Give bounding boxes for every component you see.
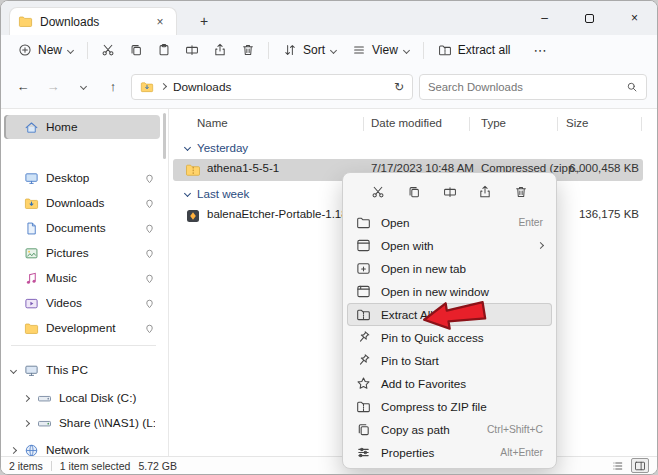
sidebar-item-label: Network <box>46 443 155 457</box>
expand-chevron-icon <box>9 448 17 453</box>
paste-button[interactable] <box>151 38 177 62</box>
group-header-yesterday[interactable]: Yesterday <box>185 141 248 154</box>
tab-close-icon[interactable]: × <box>152 14 168 30</box>
file-name: balenaEtcher-Portable-1.18.11 <box>207 208 363 220</box>
group-collapse-icon <box>184 144 191 151</box>
back-button[interactable]: ← <box>11 75 35 99</box>
context-menu-icon-row <box>347 177 552 207</box>
sidebar-item-development[interactable]: Development <box>4 316 160 340</box>
sidebar-item-desktop[interactable]: Desktop <box>4 166 160 190</box>
downloads-folder-icon <box>140 80 154 94</box>
copy-button[interactable] <box>123 38 149 62</box>
new-tab-icon <box>356 261 371 276</box>
zip-icon <box>356 399 371 414</box>
sidebar-item-videos[interactable]: Videos <box>4 291 160 315</box>
menu-item-open-with[interactable]: Open with <box>347 234 552 257</box>
search-input[interactable] <box>428 81 620 93</box>
maximize-button[interactable] <box>567 1 612 35</box>
refresh-icon[interactable]: ↻ <box>394 80 404 94</box>
column-separator[interactable] <box>469 117 470 131</box>
chevron-down-icon <box>330 46 337 53</box>
share-button[interactable] <box>207 38 233 62</box>
home-icon <box>24 120 39 135</box>
new-window-icon <box>356 284 371 299</box>
column-header-date[interactable]: Date modified <box>371 117 442 129</box>
menu-item-add-to-favorites[interactable]: Add to Favorites <box>347 372 552 395</box>
tab-downloads[interactable]: Downloads × <box>9 7 177 35</box>
sidebar-item-music[interactable]: Music <box>4 266 160 290</box>
column-header-name[interactable]: Name <box>197 117 228 129</box>
cut-button[interactable] <box>365 180 391 204</box>
delete-button[interactable] <box>235 38 261 62</box>
delete-button[interactable] <box>508 180 534 204</box>
rename-button[interactable] <box>437 180 463 204</box>
network-drive-icon <box>37 416 52 431</box>
rename-button[interactable] <box>179 38 205 62</box>
copy-icon <box>407 185 421 199</box>
sidebar-scrollbar[interactable] <box>163 113 166 159</box>
maximize-icon <box>585 14 594 23</box>
sidebar-item-home[interactable]: Home <box>4 115 160 139</box>
sort-button[interactable]: Sort <box>276 39 343 61</box>
sidebar-item-share-nas1[interactable]: Share (\\NAS1) (L:) <box>4 411 160 435</box>
column-separator[interactable] <box>641 117 642 131</box>
command-bar: New Sort View Extract all ⋯ <box>1 35 657 65</box>
sidebar-item-downloads[interactable]: Downloads <box>4 191 160 215</box>
more-options-button[interactable]: ⋯ <box>526 41 555 60</box>
search-icon <box>626 81 638 93</box>
column-separator[interactable] <box>363 117 364 131</box>
folder-icon <box>18 14 33 29</box>
view-button[interactable]: View <box>345 39 416 61</box>
sidebar-item-label: Documents <box>46 221 137 235</box>
extract-all-button[interactable]: Extract all <box>431 39 518 61</box>
copy-button[interactable] <box>401 180 427 204</box>
menu-item-open-in-new-tab[interactable]: Open in new tab <box>347 257 552 280</box>
column-separator[interactable] <box>557 117 558 131</box>
sidebar-item-label: Home <box>46 120 155 134</box>
pin-icon <box>356 353 371 368</box>
menu-shortcut: Alt+Enter <box>500 447 543 458</box>
details-view-toggle[interactable] <box>631 458 649 473</box>
group-label: Yesterday <box>197 141 248 154</box>
pin-icon <box>144 173 155 184</box>
column-header-size[interactable]: Size <box>566 117 588 129</box>
chevron-down-icon <box>403 46 410 53</box>
group-collapse-icon <box>184 190 191 197</box>
share-button[interactable] <box>472 180 498 204</box>
menu-shortcut: Enter <box>518 217 543 228</box>
menu-shortcut: Ctrl+Shift+C <box>487 424 543 435</box>
minimize-button[interactable]: – <box>522 1 567 35</box>
list-view-toggle[interactable] <box>609 458 627 473</box>
cut-button[interactable] <box>95 38 121 62</box>
menu-item-compress-to-zip[interactable]: Compress to ZIP file <box>347 395 552 418</box>
sidebar-item-local-disk-c[interactable]: Local Disk (C:) <box>4 386 160 410</box>
up-button[interactable]: ↑ <box>101 75 125 99</box>
sidebar-item-this-pc[interactable]: This PC <box>4 358 160 382</box>
menu-item-copy-as-path[interactable]: Copy as path Ctrl+Shift+C <box>347 418 552 441</box>
sidebar-item-documents[interactable]: Documents <box>4 216 160 240</box>
rename-icon <box>443 185 457 199</box>
search-box[interactable] <box>419 74 647 100</box>
menu-item-label: Copy as path <box>381 423 450 436</box>
group-header-last-week[interactable]: Last week <box>185 187 249 200</box>
rename-icon <box>185 43 199 57</box>
column-header-type[interactable]: Type <box>481 117 506 129</box>
close-button[interactable]: × <box>612 1 657 35</box>
items-count: 2 items <box>9 460 43 472</box>
new-button[interactable]: New <box>11 39 80 61</box>
menu-item-label: Properties <box>381 446 434 459</box>
pin-icon <box>144 248 155 259</box>
sidebar-item-label: Share (\\NAS1) (L:) <box>59 416 155 430</box>
menu-item-pin-to-start[interactable]: Pin to Start <box>347 349 552 372</box>
new-tab-button[interactable]: + <box>193 11 215 31</box>
address-bar[interactable]: Downloads ↻ <box>131 74 413 100</box>
recent-locations-button[interactable] <box>71 75 95 99</box>
menu-item-open[interactable]: Open Enter <box>347 211 552 234</box>
forward-button[interactable]: → <box>41 75 65 99</box>
breadcrumb[interactable]: Downloads <box>173 80 231 94</box>
menu-item-properties[interactable]: Properties Alt+Enter <box>347 441 552 464</box>
sidebar-item-pictures[interactable]: Pictures <box>4 241 160 265</box>
pin-icon <box>144 223 155 234</box>
expand-chevron-icon <box>22 396 30 401</box>
file-size: 6,000,458 KB <box>539 162 639 174</box>
